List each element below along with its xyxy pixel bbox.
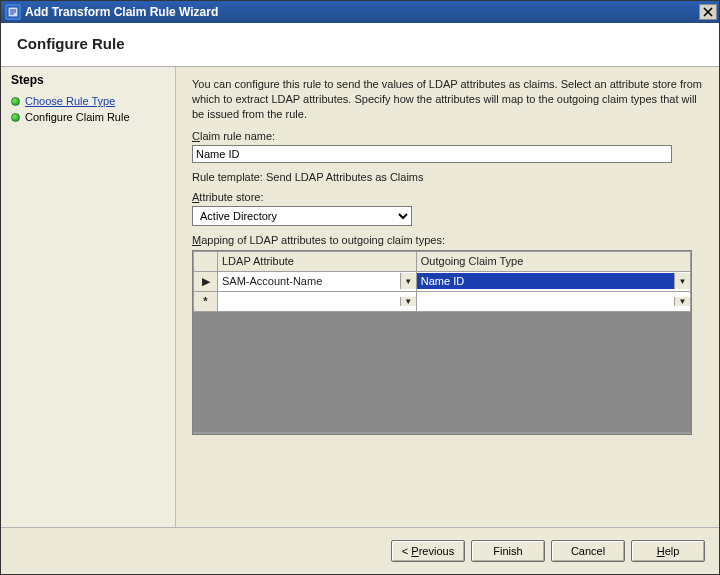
page-title: Configure Rule xyxy=(17,35,703,52)
wizard-icon xyxy=(5,4,21,20)
mapping-label: Mapping of LDAP attributes to outgoing c… xyxy=(192,234,703,246)
chevron-down-icon[interactable]: ▼ xyxy=(674,273,690,289)
step-choose-rule-type[interactable]: Choose Rule Type xyxy=(11,93,165,109)
table-row: * ▼ ▼ xyxy=(194,291,691,311)
chevron-down-icon[interactable]: ▼ xyxy=(400,273,416,289)
titlebar: Add Transform Claim Rule Wizard xyxy=(1,1,719,23)
col-outgoing-claim-type: Outgoing Claim Type xyxy=(416,251,690,271)
steps-sidebar: Steps Choose Rule Type Configure Claim R… xyxy=(1,67,176,527)
rule-template-label: Rule template: Send LDAP Attributes as C… xyxy=(192,171,703,183)
close-button[interactable] xyxy=(699,4,717,20)
ldap-attribute-cell[interactable]: SAM-Account-Name ▼ xyxy=(218,271,417,291)
row-marker-current: ▶ xyxy=(194,271,218,291)
rule-name-input[interactable] xyxy=(192,145,672,163)
attribute-store-combo[interactable]: Active Directory xyxy=(192,206,412,226)
attribute-store-label: Attribute store: xyxy=(192,191,703,203)
step-label: Choose Rule Type xyxy=(25,95,115,107)
rowheader-blank xyxy=(194,251,218,271)
wizard-header: Configure Rule xyxy=(1,23,719,67)
previous-button[interactable]: < Previous xyxy=(391,540,465,562)
cancel-button[interactable]: Cancel xyxy=(551,540,625,562)
finish-button[interactable]: Finish xyxy=(471,540,545,562)
rule-name-label: Claim rule name: xyxy=(192,130,703,142)
table-row: ▶ SAM-Account-Name ▼ Name ID ▼ xyxy=(194,271,691,291)
row-marker-new: * xyxy=(194,291,218,311)
wizard-footer: < Previous Finish Cancel Help xyxy=(1,527,719,573)
ldap-attribute-cell[interactable]: ▼ xyxy=(218,291,417,311)
col-ldap-attribute: LDAP Attribute xyxy=(218,251,417,271)
step-complete-icon xyxy=(11,97,20,106)
outgoing-claim-cell[interactable]: ▼ xyxy=(416,291,690,311)
chevron-down-icon[interactable]: ▼ xyxy=(400,297,416,306)
mapping-table: LDAP Attribute Outgoing Claim Type ▶ SAM… xyxy=(193,251,691,312)
wizard-body: Steps Choose Rule Type Configure Claim R… xyxy=(1,67,719,527)
grid-empty-area xyxy=(193,312,691,432)
steps-title: Steps xyxy=(11,73,165,87)
window-title: Add Transform Claim Rule Wizard xyxy=(25,5,699,19)
step-label: Configure Claim Rule xyxy=(25,111,130,123)
help-button[interactable]: Help xyxy=(631,540,705,562)
mapping-grid: LDAP Attribute Outgoing Claim Type ▶ SAM… xyxy=(192,250,692,435)
outgoing-claim-cell[interactable]: Name ID ▼ xyxy=(416,271,690,291)
step-configure-claim-rule: Configure Claim Rule xyxy=(11,109,165,125)
table-header-row: LDAP Attribute Outgoing Claim Type xyxy=(194,251,691,271)
intro-text: You can configure this rule to send the … xyxy=(192,77,703,122)
chevron-down-icon[interactable]: ▼ xyxy=(674,297,690,306)
step-current-icon xyxy=(11,113,20,122)
main-panel: You can configure this rule to send the … xyxy=(176,67,719,527)
